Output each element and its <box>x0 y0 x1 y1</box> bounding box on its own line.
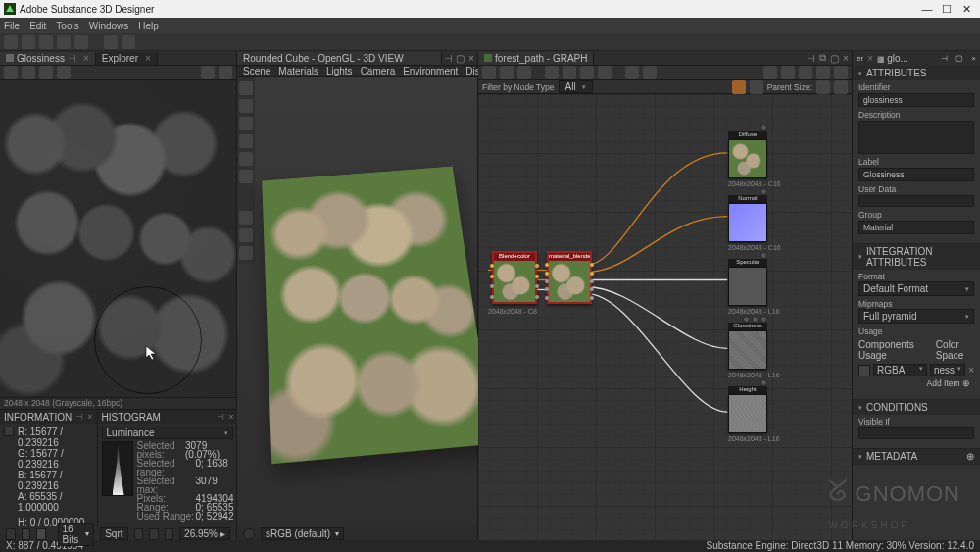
frame-icon[interactable] <box>563 66 576 79</box>
menu-help[interactable]: Help <box>138 21 159 31</box>
close-icon[interactable]: × <box>840 53 852 64</box>
add-item-button[interactable]: Add Item <box>858 376 974 390</box>
right-tab-2[interactable]: ▦ glo... <box>873 52 912 65</box>
integration-attributes-header[interactable]: INTEGRATION ATTRIBUTES <box>853 244 980 270</box>
menu-file[interactable]: File <box>4 21 20 31</box>
information-panel-header[interactable]: INFORMATION ⊣× <box>0 410 97 424</box>
gamma-icon[interactable] <box>243 528 255 540</box>
histogram-panel-header[interactable]: HISTOGRAM ⊣× <box>98 410 238 424</box>
zoom-icon[interactable] <box>239 152 253 166</box>
userdata-field[interactable] <box>858 195 974 207</box>
pin-icon[interactable]: ⊣ <box>805 53 816 64</box>
pin-icon[interactable]: ⊣ <box>68 53 76 64</box>
tab-graph[interactable]: forest_path - GRAPH <box>478 52 594 65</box>
channels-icon[interactable] <box>57 66 71 79</box>
hist-scale-select[interactable]: Sqrt <box>100 527 127 540</box>
fit-icon[interactable] <box>239 99 253 113</box>
highlight-icon[interactable] <box>763 66 777 79</box>
hist-bits-select[interactable]: 16 Bits ▾ <box>58 523 95 546</box>
node-blend[interactable]: Blend+color <box>492 251 537 304</box>
stats-icon[interactable] <box>239 246 253 260</box>
view3d-menu-camera[interactable]: Camera <box>361 66 396 76</box>
usage-components-select[interactable]: RGBA <box>873 364 927 376</box>
usage-colorspace-select[interactable]: ness <box>930 364 965 376</box>
viewport-2d[interactable] <box>0 80 236 397</box>
conditions-header[interactable]: CONDITIONS <box>853 400 980 415</box>
align-h-icon[interactable] <box>625 66 639 79</box>
close-icon[interactable]: × <box>228 412 233 422</box>
filter-type-select[interactable]: All <box>559 80 593 93</box>
snapshot-icon[interactable] <box>517 66 531 79</box>
home-icon[interactable] <box>239 81 253 95</box>
restore-icon[interactable]: ▢ <box>828 53 840 64</box>
align-v-icon[interactable] <box>643 66 657 79</box>
node-output-diffuse[interactable]: Diffuse 2048x2048 - C16 <box>728 131 767 187</box>
picker-icon[interactable] <box>6 528 16 540</box>
menu-edit[interactable]: Edit <box>29 21 46 31</box>
close-icon[interactable]: × <box>967 53 980 64</box>
right-tab-1[interactable]: er <box>853 53 867 64</box>
window-maximize-button[interactable]: ☐ <box>937 3 956 16</box>
node-output-specular[interactable]: Specular 2048x2048 - L16 <box>728 259 767 315</box>
close-icon[interactable]: × <box>466 53 477 64</box>
histogram-icon[interactable] <box>201 66 215 79</box>
viewport-3d[interactable] <box>237 77 477 527</box>
view-large-icon[interactable] <box>732 80 746 94</box>
copy-icon[interactable] <box>22 66 35 79</box>
remove-icon[interactable]: × <box>968 365 974 376</box>
save-image-icon[interactable] <box>4 66 18 79</box>
restore-icon[interactable]: ▢ <box>454 53 466 64</box>
iray-icon[interactable] <box>239 228 253 242</box>
link-mode-icon[interactable] <box>816 66 830 79</box>
badge-icon[interactable] <box>834 66 848 79</box>
tab-glossiness[interactable]: Glossiness ⊣ × <box>0 52 96 65</box>
node-output-glossiness[interactable]: Glossiness 2048x2048 - L16 <box>728 323 767 378</box>
pin-icon[interactable]: ⊣ <box>217 412 224 422</box>
pin-icon[interactable]: ⊣ <box>442 53 454 64</box>
grid-icon[interactable] <box>134 528 144 540</box>
undo-icon[interactable] <box>104 35 118 49</box>
close-icon[interactable]: × <box>145 53 151 64</box>
pin-icon[interactable]: ⊣ <box>937 53 952 64</box>
histogram-canvas[interactable] <box>102 441 133 496</box>
select-icon[interactable] <box>545 66 559 79</box>
view3d-menu-materials[interactable]: Materials <box>278 66 318 76</box>
histogram-channel-select[interactable]: Luminance <box>102 427 234 439</box>
menu-tools[interactable]: Tools <box>56 21 78 31</box>
restore-icon[interactable]: ▢ <box>952 53 967 64</box>
wire-icon[interactable] <box>239 211 253 225</box>
swatch2-icon[interactable] <box>36 528 46 540</box>
view-small-icon[interactable] <box>750 80 763 94</box>
pin-icon[interactable]: ⊣ <box>75 412 83 422</box>
parent-size2-icon[interactable] <box>834 80 848 94</box>
close-icon[interactable]: × <box>83 53 89 64</box>
label-field[interactable]: Glossiness <box>858 168 974 181</box>
view3d-menu-environment[interactable]: Environment <box>403 66 458 76</box>
camera-icon[interactable] <box>500 66 514 79</box>
usage-swatch[interactable] <box>858 365 870 376</box>
add-icon[interactable]: ⊕ <box>966 451 974 462</box>
format-select[interactable]: Default Format <box>858 281 974 296</box>
node-output-height[interactable]: Height 2048x2048 - L16 <box>728 386 767 442</box>
reset-zoom-icon[interactable] <box>482 66 496 79</box>
pan-icon[interactable] <box>239 134 253 148</box>
group-field[interactable]: Material <box>858 221 974 234</box>
info-icon[interactable] <box>219 66 232 79</box>
node-output-normal[interactable]: Normal 2048x2048 - C16 <box>728 195 767 251</box>
parent-size-icon[interactable] <box>816 80 830 94</box>
description-field[interactable] <box>858 121 974 154</box>
redo-icon[interactable] <box>122 35 135 49</box>
comment-icon[interactable] <box>598 66 612 79</box>
attributes-header[interactable]: ATTRIBUTES <box>853 66 980 80</box>
light-icon[interactable] <box>239 170 253 183</box>
view3d-menu-scene[interactable]: Scene <box>243 66 270 76</box>
node-material-blender[interactable]: material_blender <box>547 251 592 304</box>
refresh-icon[interactable] <box>74 35 88 49</box>
open-icon[interactable] <box>22 35 35 49</box>
close-icon[interactable]: × <box>87 412 92 422</box>
mipmaps-select[interactable]: Full pyramid <box>858 309 974 324</box>
zoom-field[interactable]: 26.95%▸ <box>179 527 230 540</box>
colorspace-select[interactable]: sRGB (default) ▾ <box>261 527 344 540</box>
fit-icon[interactable] <box>149 528 159 540</box>
saveall-icon[interactable] <box>57 35 71 49</box>
